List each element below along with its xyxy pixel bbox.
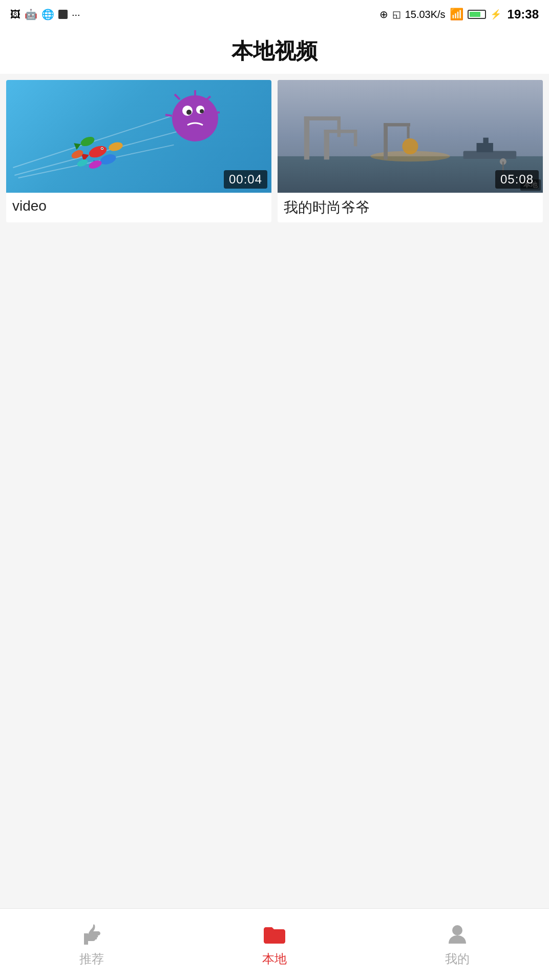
page-title-bar: 本地视频 <box>0 29 549 74</box>
photo-icon: 🖼 <box>10 9 20 21</box>
video-title-2: 我的时尚爷爷 <box>278 193 543 222</box>
nav-item-local[interactable]: 本地 <box>246 917 303 972</box>
svg-point-2 <box>79 135 96 148</box>
svg-rect-32 <box>384 123 388 159</box>
svg-point-12 <box>172 95 218 141</box>
svg-point-7 <box>108 141 123 153</box>
svg-line-19 <box>213 112 220 113</box>
video-card-1[interactable]: 00:04 video <box>6 80 271 222</box>
svg-line-21 <box>165 115 172 116</box>
speed-indicator: 15.03K/s <box>405 9 446 21</box>
more-icon: ··· <box>72 9 80 21</box>
clock-time: 19:38 <box>508 7 539 22</box>
video-thumbnail-2: 本地 05:08 <box>278 80 543 193</box>
nav-label-recommend: 推荐 <box>79 951 104 967</box>
video-card-2[interactable]: 本地 05:08 我的时尚爷爷 <box>278 80 543 222</box>
thumbup-icon <box>79 922 104 948</box>
status-bar: 🖼 🤖 🌐 ··· ⊕ ◱ 15.03K/s 📶 ⚡ 19:38 <box>0 0 549 29</box>
svg-rect-34 <box>407 127 410 138</box>
page-title: 本地视频 <box>231 37 318 66</box>
empty-area <box>0 229 549 920</box>
svg-point-6 <box>70 149 85 160</box>
svg-point-40 <box>452 925 462 935</box>
svg-rect-26 <box>304 116 309 159</box>
svg-point-16 <box>200 109 204 113</box>
svg-point-14 <box>186 110 192 115</box>
person-icon <box>445 922 470 948</box>
svg-point-9 <box>76 158 89 168</box>
svg-rect-28 <box>337 120 341 137</box>
duration-badge-2: 05:08 <box>495 170 539 189</box>
svg-point-25 <box>402 138 418 154</box>
nav-item-recommend[interactable]: 推荐 <box>64 917 120 972</box>
svg-rect-30 <box>324 130 357 133</box>
nav-item-mine[interactable]: 我的 <box>429 917 485 972</box>
battery-icon <box>468 10 486 19</box>
nav-label-local: 本地 <box>262 951 287 967</box>
svg-rect-27 <box>304 116 341 120</box>
globe-icon: 🌐 <box>41 8 54 21</box>
svg-rect-33 <box>384 123 410 126</box>
status-bar-right: ⊕ ◱ 15.03K/s 📶 ⚡ 19:38 <box>379 7 539 22</box>
svg-line-20 <box>175 94 180 99</box>
bluetooth-icon: ⊕ <box>379 8 388 21</box>
bottom-nav: 推荐 本地 我的 <box>0 908 549 980</box>
robot-icon: 🤖 <box>25 8 37 21</box>
square-icon <box>58 10 68 19</box>
svg-rect-29 <box>324 130 329 159</box>
svg-rect-37 <box>483 138 488 146</box>
svg-rect-31 <box>354 133 357 147</box>
sim-icon: ◱ <box>392 9 401 20</box>
status-bar-left: 🖼 🤖 🌐 ··· <box>10 8 80 21</box>
duration-badge-1: 00:04 <box>224 170 267 189</box>
nav-label-mine: 我的 <box>445 951 470 967</box>
cartoon-thumbnail: 00:04 <box>6 80 271 193</box>
video-title-1: video <box>6 193 271 219</box>
harbor-thumbnail: 本地 05:08 <box>278 80 543 193</box>
video-grid: 00:04 video <box>0 74 549 229</box>
lightning-icon: ⚡ <box>490 9 501 20</box>
video-thumbnail-1: 00:04 <box>6 80 271 193</box>
folder-icon <box>262 922 287 948</box>
wifi-icon: 📶 <box>450 8 463 21</box>
